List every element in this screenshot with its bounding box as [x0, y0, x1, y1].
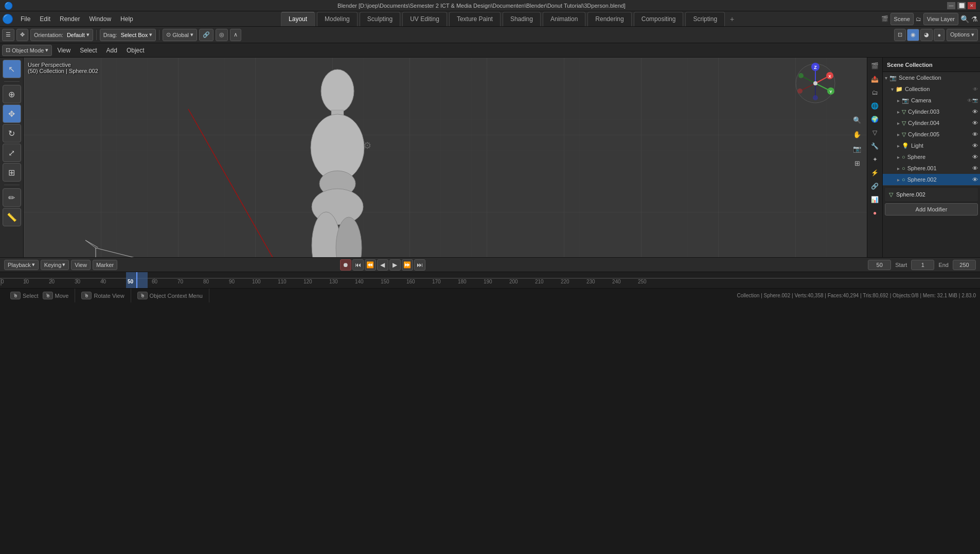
c003-eye-icon[interactable]: 👁: [972, 109, 978, 115]
viewport-shading-solid[interactable]: ◉: [907, 29, 919, 41]
view-menu-tl[interactable]: View: [71, 260, 91, 270]
s001-eye-icon[interactable]: 👁: [972, 165, 978, 171]
options-button[interactable]: Options ▾: [947, 29, 978, 41]
constraints-props-icon[interactable]: 🔗: [869, 180, 881, 192]
menu-edit[interactable]: Edit: [35, 13, 55, 25]
move-tool-button[interactable]: ✥: [3, 104, 21, 123]
object-mode-selector[interactable]: ⊡ Object Mode ▾: [2, 45, 52, 56]
viewport-shading-wire[interactable]: ⊡: [894, 29, 906, 41]
c004-eye-icon[interactable]: 👁: [972, 120, 978, 126]
particles-props-icon[interactable]: ✦: [869, 153, 881, 166]
step-forward-button[interactable]: ⏩: [402, 259, 413, 271]
viewport-shading-material[interactable]: ◕: [920, 29, 933, 41]
tab-modeling[interactable]: Modeling: [317, 12, 358, 26]
cylinder-003-item[interactable]: ▸ ▽ Cylinder.003 👁: [883, 106, 980, 117]
tab-rendering[interactable]: Rendering: [587, 12, 631, 26]
play-reverse-button[interactable]: ◀: [377, 259, 388, 271]
filter-icon[interactable]: ⚗: [971, 15, 978, 23]
tab-sculpting[interactable]: Sculpting: [360, 12, 400, 26]
maximize-button[interactable]: ⬜: [957, 2, 966, 9]
cylinder-005-item[interactable]: ▸ ▽ Cylinder.005 👁: [883, 129, 980, 140]
world-props-icon[interactable]: 🌍: [869, 113, 881, 126]
collection-item[interactable]: ▾ 📁 Collection 👁: [883, 83, 980, 95]
navigation-gizmo[interactable]: Z Y X: [795, 63, 836, 104]
output-props-icon[interactable]: 📤: [869, 73, 881, 85]
scene-selector[interactable]: Scene: [890, 13, 914, 25]
snap-toggle[interactable]: 🔗: [199, 29, 213, 41]
end-frame-field[interactable]: 250: [953, 260, 976, 270]
annotate-tool-button[interactable]: ✏: [3, 188, 21, 207]
measure-tool-button[interactable]: 📏: [3, 208, 21, 226]
menu-window[interactable]: Window: [85, 13, 115, 25]
playback-menu[interactable]: Playback ▾: [4, 260, 39, 270]
marker-menu[interactable]: Marker: [93, 260, 117, 270]
play-button[interactable]: ▶: [389, 259, 401, 271]
tab-texture-paint[interactable]: Texture Paint: [449, 12, 501, 26]
view-layer-selector[interactable]: View Layer: [923, 13, 958, 25]
drag-selector[interactable]: Drag: Select Box ▾: [100, 29, 156, 41]
pivot-point-selector[interactable]: ⊙ Global ▾: [163, 29, 197, 41]
select-menu[interactable]: Select: [76, 45, 101, 56]
orientation-selector[interactable]: Orientation: Default ▾: [30, 29, 93, 41]
scene-root-item[interactable]: ▾ 📷 Scene Collection: [883, 72, 980, 83]
view-layer-props-icon[interactable]: 🗂: [869, 86, 881, 99]
sphere-item[interactable]: ▸ ○ Sphere 👁: [883, 151, 980, 163]
object-menu[interactable]: Object: [122, 45, 149, 56]
physics-props-icon[interactable]: ⚡: [869, 167, 881, 179]
step-back-button[interactable]: ⏪: [365, 259, 376, 271]
tab-layout[interactable]: Layout: [281, 12, 315, 26]
keying-menu[interactable]: Keying ▾: [41, 260, 69, 270]
tab-animation[interactable]: Animation: [543, 12, 585, 26]
object-props-icon[interactable]: ▽: [869, 127, 881, 139]
tab-uv-editing[interactable]: UV Editing: [402, 12, 447, 26]
modifier-props-icon[interactable]: 🔧: [869, 140, 881, 152]
close-button[interactable]: ✕: [968, 2, 976, 9]
add-modifier-button[interactable]: Add Modifier: [885, 203, 978, 216]
tab-scripting[interactable]: Scripting: [685, 12, 725, 26]
view-menu[interactable]: View: [53, 45, 75, 56]
transform-pivot-icon[interactable]: ✥: [16, 29, 28, 41]
start-frame-field[interactable]: 1: [911, 260, 934, 270]
camera-item[interactable]: ▸ 📷 Camera 👁 📷: [883, 95, 980, 106]
scale-tool-button[interactable]: ⤢: [3, 144, 21, 162]
search-icon[interactable]: 🔍: [960, 15, 969, 23]
select-tool-button[interactable]: ↖: [3, 60, 21, 78]
current-frame-field[interactable]: 50: [868, 260, 891, 270]
record-button[interactable]: ⏺: [340, 259, 351, 271]
sphere-eye-icon[interactable]: 👁: [972, 154, 978, 160]
viewport-gear-icon[interactable]: ⚙: [363, 140, 371, 151]
render-props-icon[interactable]: 🎬: [869, 60, 881, 72]
cursor-tool-button[interactable]: ⊕: [3, 85, 21, 103]
c005-eye-icon[interactable]: 👁: [972, 131, 978, 137]
viewport-shading-render[interactable]: ●: [934, 29, 945, 41]
tab-compositing[interactable]: Compositing: [634, 12, 684, 26]
sphere-002-item[interactable]: ▸ ○ Sphere.002 👁: [883, 174, 980, 185]
sphere-001-item[interactable]: ▸ ○ Sphere.001 👁: [883, 163, 980, 174]
cylinder-004-item[interactable]: ▸ ▽ Cylinder.004 👁: [883, 117, 980, 129]
camera-render-icon[interactable]: 📷: [972, 98, 978, 103]
hand-view-icon[interactable]: ✋: [851, 129, 863, 140]
transform-tool-button[interactable]: ⊞: [3, 163, 21, 182]
jump-to-start-button[interactable]: ⏮: [352, 259, 364, 271]
add-workspace-button[interactable]: +: [726, 13, 738, 25]
viewport-mode-icon[interactable]: ☰: [2, 29, 14, 41]
extra-tools[interactable]: ∧: [230, 29, 241, 41]
material-props-icon[interactable]: ●: [869, 207, 881, 219]
viewport[interactable]: User Perspective (50) Collection | Spher…: [24, 58, 867, 257]
menu-render[interactable]: Render: [56, 13, 84, 25]
timeline-ruler[interactable]: 0 10 20 30 40 50 60 70 80 90 100 110 120…: [0, 272, 980, 288]
scene-props-icon[interactable]: 🌐: [869, 100, 881, 112]
s002-eye-icon[interactable]: 👁: [972, 176, 978, 183]
light-item[interactable]: ▸ 💡 Light 👁: [883, 140, 980, 151]
proportional-edit-toggle[interactable]: ◎: [216, 29, 228, 41]
grid-view-icon[interactable]: ⊞: [851, 157, 863, 169]
tab-shading[interactable]: Shading: [503, 12, 541, 26]
menu-file[interactable]: File: [16, 13, 34, 25]
jump-to-end-button[interactable]: ⏭: [414, 259, 425, 271]
camera-eye-icon[interactable]: 👁: [967, 98, 972, 103]
rotate-tool-button[interactable]: ↻: [3, 124, 21, 142]
data-props-icon[interactable]: 📊: [869, 193, 881, 206]
collection-eye-icon[interactable]: 👁: [973, 86, 978, 92]
camera-view-icon[interactable]: 📷: [851, 143, 863, 154]
search-view-icon[interactable]: 🔍: [851, 114, 863, 126]
